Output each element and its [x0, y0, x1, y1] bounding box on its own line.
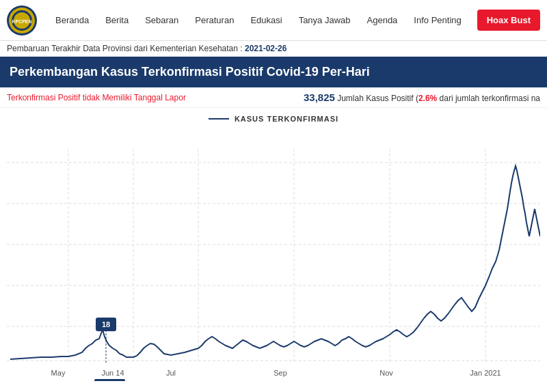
x-label-sep: Sep	[274, 369, 287, 377]
page-title-bar: Perkembangan Kasus Terkonfirmasi Positif…	[0, 57, 547, 87]
x-label-jan2021: Jan 2021	[470, 369, 501, 377]
hoax-bust-button[interactable]: Hoax Bust	[477, 10, 540, 31]
percentage: 2.6%	[418, 94, 437, 103]
x-label-jul: Jul	[166, 369, 176, 377]
info-left-text: Terkonfirmasi Positif tidak Memiliki Tan…	[7, 93, 186, 102]
info-right-post: dari jumlah terkonfirmasi na	[437, 94, 540, 103]
nav-beranda[interactable]: Beranda	[47, 15, 97, 25]
legend-label: KASUS TERKONFIRMASI	[235, 115, 338, 123]
nav-peraturan[interactable]: Peraturan	[187, 15, 242, 25]
update-bar: Pembaruan Terakhir Data Provinsi dari Ke…	[0, 41, 547, 57]
nav-agenda[interactable]: Agenda	[359, 15, 406, 25]
legend-line-icon	[209, 118, 229, 120]
info-row: Terkonfirmasi Positif tidak Memiliki Tan…	[0, 87, 547, 108]
chart-line	[10, 166, 540, 359]
case-count: 33,825	[304, 92, 335, 103]
update-prefix: Pembaruan Terakhir Data Provinsi dari Ke…	[7, 44, 243, 53]
nav-info-penting[interactable]: Info Penting	[405, 15, 469, 25]
page-title: Perkembangan Kasus Terkonfirmasi Positif…	[10, 65, 370, 79]
covid-chart: 18 May Jun 14 Jul Sep Nov Jan 2021 Jun 1…	[7, 128, 540, 381]
x-label-jun14: Jun 14	[101, 369, 124, 377]
info-right-pre: Jumlah Kasus Positif (	[337, 94, 418, 103]
navbar: KPCPEN Beranda Berita Sebaran Peraturan …	[0, 0, 547, 41]
logo-area: KPCPEN	[7, 5, 37, 36]
logo-inner: KPCPEN	[9, 8, 35, 33]
x-label-may: May	[51, 369, 66, 377]
nav-links: Beranda Berita Sebaran Peraturan Edukasi…	[47, 15, 477, 25]
nav-berita[interactable]: Berita	[97, 15, 137, 25]
x-label-nov: Nov	[379, 369, 393, 377]
info-right-text: 33,825 Jumlah Kasus Positif (2.6% dari j…	[304, 92, 540, 103]
chart-legend: KASUS TERKONFIRMASI	[7, 115, 540, 123]
logo-icon: KPCPEN	[7, 5, 37, 36]
tooltip-value: 18	[102, 320, 110, 328]
svg-text:KPCPEN: KPCPEN	[12, 19, 31, 24]
nav-edukasi[interactable]: Edukasi	[242, 15, 290, 25]
nav-sebaran[interactable]: Sebaran	[137, 15, 187, 25]
nav-tanya-jawab[interactable]: Tanya Jawab	[291, 15, 359, 25]
chart-container: KASUS TERKONFIRMASI 18 May Jun 14 Jul Se…	[0, 108, 547, 388]
update-date: 2021-02-26	[245, 44, 286, 53]
